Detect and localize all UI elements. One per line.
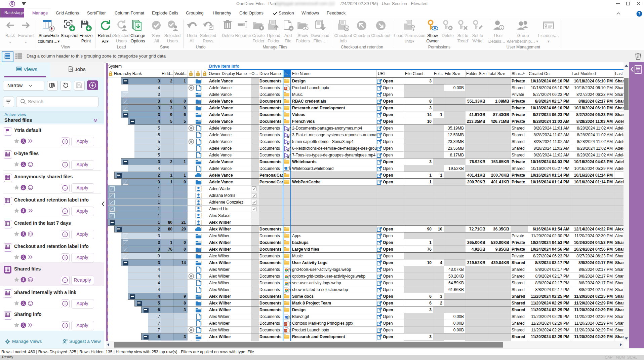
- svg-text:?: ?: [638, 11, 640, 16]
- svg-text:P: P: [284, 322, 286, 326]
- svg-text:P: P: [284, 329, 286, 332]
- svg-text:P: P: [284, 87, 286, 90]
